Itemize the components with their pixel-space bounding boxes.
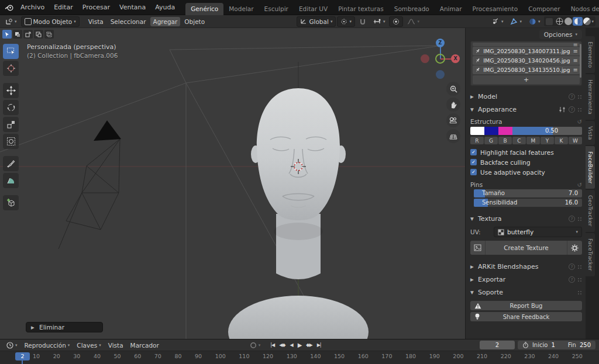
ruler-tick[interactable]: 170 — [381, 353, 392, 359]
playhead-badge[interactable]: 2 — [15, 352, 30, 360]
menu-reproduccion[interactable]: Reproducción ▾ — [22, 341, 73, 350]
add-primitive-tool[interactable] — [3, 195, 19, 210]
uv-map-dropdown[interactable]: butterfly ▾ — [494, 227, 582, 237]
blender-logo-icon[interactable] — [5, 4, 13, 11]
select-new-option[interactable] — [13, 30, 22, 39]
help-icon[interactable]: ? — [569, 276, 575, 283]
gizmo-z-neg-axis[interactable] — [436, 70, 445, 79]
end-frame-value[interactable]: 250 — [580, 342, 591, 348]
help-icon[interactable]: ? — [569, 264, 575, 270]
workspace-tab-sombreado[interactable]: Sombreado — [389, 3, 435, 15]
color-swatch-magenta[interactable] — [498, 127, 512, 135]
texture-settings-gear-icon[interactable] — [567, 241, 582, 255]
row-menu-icon[interactable]: ≡ — [573, 48, 577, 54]
ruler-tick[interactable]: 230 — [524, 353, 535, 359]
menu-agregar[interactable]: Agregar — [150, 17, 181, 26]
ruler-tick[interactable]: 250 — [572, 353, 583, 359]
row-menu-icon[interactable]: ≡ — [573, 67, 577, 73]
ruler-tick[interactable]: 150 — [334, 353, 345, 359]
panel-menu-icon[interactable] — [578, 217, 579, 219]
checkbox-row[interactable]: ✓ Use adaptive opacity — [470, 168, 582, 176]
gizmo-z-axis[interactable]: Z — [436, 39, 445, 47]
zoom-button[interactable] — [446, 82, 460, 96]
auto-keying-toggle[interactable]: ▾ — [250, 342, 261, 349]
workspace-tab-esculpir[interactable]: Esculpir — [259, 3, 294, 15]
ruler-tick[interactable]: 10 — [33, 353, 40, 359]
color-swatch-blue[interactable] — [484, 127, 498, 135]
annotate-tool[interactable] — [3, 156, 19, 171]
menu-procesar[interactable]: Procesar — [78, 2, 115, 13]
play-reverse-button[interactable]: ◀ — [290, 342, 294, 348]
menu-objeto[interactable]: Objeto — [181, 17, 208, 26]
tab-geotracker[interactable]: GeoTracker — [586, 190, 595, 231]
shading-rendered-button[interactable] — [583, 18, 591, 25]
add-image-button[interactable]: + — [473, 75, 580, 84]
orthographic-toggle-button[interactable] — [446, 129, 460, 143]
channel-c-button[interactable]: C — [512, 137, 526, 144]
ruler-tick[interactable]: 180 — [405, 353, 416, 359]
list-scrollbar[interactable] — [580, 44, 581, 78]
reset-icon[interactable]: ↺ — [577, 119, 582, 125]
checkbox-checked-icon[interactable]: ✓ — [470, 169, 477, 175]
report-bug-button[interactable]: Report Bug — [470, 301, 582, 310]
checkbox-checked-icon[interactable]: ✓ — [470, 149, 477, 155]
channel-r-button[interactable]: R — [470, 137, 484, 144]
ruler-tick[interactable]: 20 — [53, 353, 60, 359]
channel-y-button[interactable]: Y — [541, 137, 554, 144]
menu-ayuda[interactable]: Ayuda — [150, 2, 180, 13]
ruler-tick[interactable]: 120 — [263, 353, 273, 359]
tab-facebuilder[interactable]: FaceBuilder — [586, 146, 595, 189]
channel-g-button[interactable]: G — [484, 137, 498, 144]
ruler-tick[interactable]: 130 — [287, 353, 297, 359]
transform-tool[interactable] — [3, 134, 19, 149]
toggle-xray-icon[interactable] — [546, 18, 553, 25]
ruler-tick[interactable]: 110 — [239, 353, 249, 359]
shading-solid-button[interactable] — [564, 18, 572, 25]
panel-menu-icon[interactable] — [578, 278, 579, 279]
start-frame-value[interactable]: 1 — [551, 342, 555, 348]
operator-redo-panel[interactable]: ▶ Eliminar — [26, 322, 103, 332]
pin-sensitivity-slider[interactable]: Sensibilidad 16.0 — [474, 199, 582, 207]
ruler-tick[interactable]: 70 — [154, 353, 161, 359]
shading-material-button[interactable] — [573, 17, 583, 26]
tab-facetracker[interactable]: FaceTracker — [586, 233, 595, 276]
scale-tool[interactable] — [3, 117, 19, 132]
snap-toggle[interactable] — [356, 17, 369, 26]
checkbox-checked-icon[interactable]: ✓ — [470, 159, 477, 165]
menu-ventana[interactable]: Ventana — [115, 2, 150, 13]
tab-herramienta[interactable]: Herramienta — [586, 74, 595, 120]
play-button[interactable]: ▶ — [297, 342, 302, 348]
panel-menu-icon[interactable] — [578, 265, 579, 266]
ruler-tick[interactable]: 190 — [429, 353, 440, 359]
options-dropdown[interactable]: Opciones ▾ — [539, 30, 582, 39]
select-tweak-option[interactable] — [2, 30, 12, 39]
proportional-falloff-dropdown[interactable]: ▾ — [404, 18, 422, 26]
help-icon[interactable]: ? — [569, 216, 575, 222]
transform-orientation-dropdown[interactable]: Global ▾ — [297, 16, 336, 27]
proportional-editing-toggle[interactable] — [389, 16, 403, 27]
image-row-clipped[interactable]: ≡ — [473, 43, 580, 46]
cursor-tool[interactable] — [3, 61, 19, 76]
ruler-tick[interactable]: 100 — [215, 353, 226, 359]
image-row[interactable]: IMG_20250830_134020456.jpg ≡ — [473, 56, 580, 65]
menu-archivo[interactable]: Archivo — [16, 2, 49, 13]
create-texture-button[interactable]: Create Texture — [486, 241, 567, 255]
workspace-tab-editar-uv[interactable]: Editar UV — [294, 3, 333, 15]
select-box-tool[interactable] — [3, 44, 19, 59]
ruler-tick[interactable]: 50 — [114, 353, 121, 359]
share-feedback-button[interactable]: Share Feedback — [470, 312, 582, 321]
workspace-tab-pintar-texturas[interactable]: Pintar texturas — [333, 3, 388, 15]
xray-toggle[interactable]: ▾ — [526, 17, 543, 26]
texture-image-icon[interactable] — [470, 241, 486, 255]
panel-header-appearance[interactable]: ▼ Appearance ? — [470, 105, 582, 115]
panel-menu-icon[interactable] — [578, 291, 579, 292]
menu-editar[interactable]: Editar — [49, 2, 78, 13]
ruler-tick[interactable]: 60 — [134, 353, 141, 359]
menu-vista-timeline[interactable]: Vista — [105, 341, 126, 350]
color-swatch-white[interactable] — [470, 127, 484, 135]
panel-menu-icon[interactable] — [578, 95, 579, 96]
tab-elemento[interactable]: Elemento — [586, 36, 595, 73]
workspace-tab-modelar[interactable]: Modelar — [223, 3, 259, 15]
editor-type-button[interactable]: ▾ — [2, 17, 20, 26]
timeline-ruler[interactable]: 1020304050607080901001101201301401501601… — [0, 351, 599, 364]
